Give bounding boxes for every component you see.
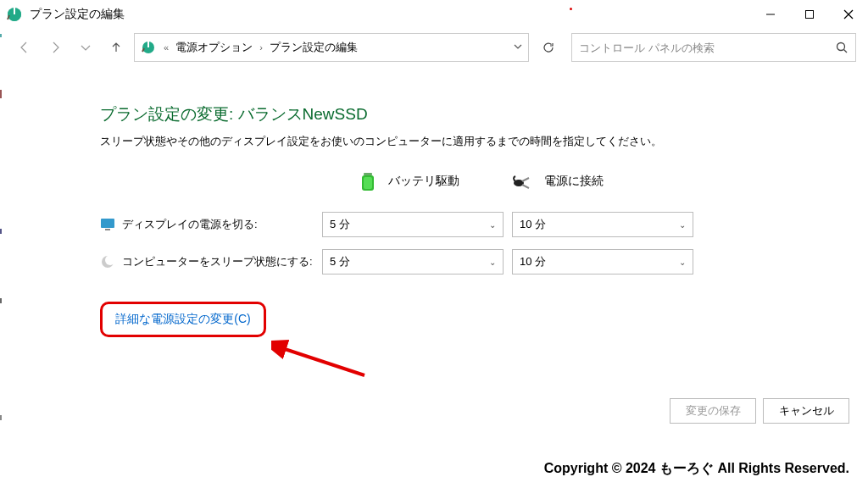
- chevron-down-icon: ⌄: [489, 220, 496, 230]
- breadcrumb-sep-icon: «: [160, 42, 172, 53]
- copyright-footer: Copyright © 2024 もーろぐ All Rights Reserve…: [544, 460, 849, 478]
- display-off-plugged-dropdown[interactable]: 10 分 ⌄: [512, 212, 693, 237]
- svg-line-18: [280, 347, 364, 375]
- address-bar[interactable]: « 電源オプション › プラン設定の編集: [134, 33, 529, 62]
- svg-line-9: [843, 49, 847, 53]
- search-input[interactable]: [572, 42, 828, 54]
- sleep-battery-dropdown[interactable]: 5 分 ⌄: [322, 249, 504, 274]
- sleep-plugged-dropdown[interactable]: 10 分 ⌄: [512, 249, 693, 274]
- dropdown-value: 5 分: [330, 217, 350, 232]
- forward-button[interactable]: [42, 35, 68, 60]
- button-label: キャンセル: [779, 403, 834, 419]
- content-area: プラン設定の変更: バランスNewSSD スリープ状態やその他のディスプレイ設定…: [0, 66, 868, 337]
- dropdown-value: 10 分: [520, 254, 546, 269]
- save-changes-button[interactable]: 変更の保存: [670, 398, 756, 424]
- titlebar: プラン設定の編集: [0, 0, 868, 29]
- svg-rect-1: [14, 8, 15, 14]
- search-bar[interactable]: [571, 33, 856, 62]
- annotation-arrow-icon: [271, 337, 373, 388]
- display-off-battery-dropdown[interactable]: 5 分 ⌄: [322, 212, 504, 237]
- setting-row-sleep: コンピューターをスリープ状態にする: 5 分 ⌄ 10 分 ⌄: [100, 249, 868, 274]
- up-button[interactable]: [103, 35, 129, 60]
- svg-rect-12: [364, 177, 372, 189]
- chevron-down-icon: ⌄: [679, 220, 686, 230]
- svg-point-17: [105, 255, 115, 265]
- window-title: プラン設定の編集: [30, 7, 125, 22]
- power-options-app-icon: [5, 5, 24, 24]
- maximize-button[interactable]: [790, 0, 829, 29]
- setting-row-display-off: ディスプレイの電源を切る: 5 分 ⌄ 10 分 ⌄: [100, 212, 868, 237]
- svg-rect-7: [147, 42, 149, 47]
- svg-point-8: [837, 42, 844, 50]
- svg-rect-14: [101, 219, 114, 228]
- minimize-button[interactable]: [751, 0, 790, 29]
- refresh-button[interactable]: [534, 33, 563, 62]
- recent-locations-button[interactable]: [73, 35, 98, 60]
- power-plug-icon: [512, 169, 536, 193]
- breadcrumb-current[interactable]: プラン設定の編集: [270, 40, 358, 55]
- svg-rect-3: [806, 11, 814, 19]
- recording-indicator-icon: [570, 8, 572, 10]
- button-label: 変更の保存: [686, 403, 741, 419]
- chevron-down-icon: ⌄: [679, 258, 686, 267]
- power-options-icon: [140, 39, 157, 56]
- setting-label-text: ディスプレイの電源を切る:: [122, 217, 258, 232]
- chevron-right-icon: ›: [256, 42, 266, 53]
- svg-rect-15: [105, 229, 110, 230]
- setting-label-text: コンピューターをスリープ状態にする:: [122, 254, 313, 269]
- page-heading: プラン設定の変更: バランスNewSSD: [100, 103, 868, 125]
- battery-icon: [356, 169, 380, 193]
- navigation-toolbar: « 電源オプション › プラン設定の編集: [0, 29, 868, 66]
- advanced-settings-highlight: 詳細な電源設定の変更(C): [100, 302, 266, 337]
- address-dropdown-icon[interactable]: [513, 42, 523, 54]
- advanced-power-settings-link[interactable]: 詳細な電源設定の変更(C): [115, 312, 250, 327]
- svg-rect-10: [364, 173, 372, 175]
- moon-icon: [100, 254, 115, 269]
- back-button[interactable]: [12, 35, 37, 60]
- column-plugged-label: 電源に接続: [544, 174, 604, 189]
- monitor-icon: [100, 217, 115, 232]
- dropdown-value: 10 分: [520, 217, 546, 232]
- breadcrumb-parent[interactable]: 電源オプション: [175, 40, 253, 55]
- page-description: スリープ状態やその他のディスプレイ設定をお使いのコンピューターに適用するまでの時…: [100, 134, 868, 149]
- column-battery-label: バッテリ駆動: [388, 174, 459, 189]
- dropdown-value: 5 分: [330, 254, 350, 269]
- chevron-down-icon: ⌄: [489, 258, 496, 267]
- search-icon[interactable]: [828, 42, 855, 54]
- cancel-button[interactable]: キャンセル: [763, 398, 849, 424]
- close-button[interactable]: [829, 0, 868, 29]
